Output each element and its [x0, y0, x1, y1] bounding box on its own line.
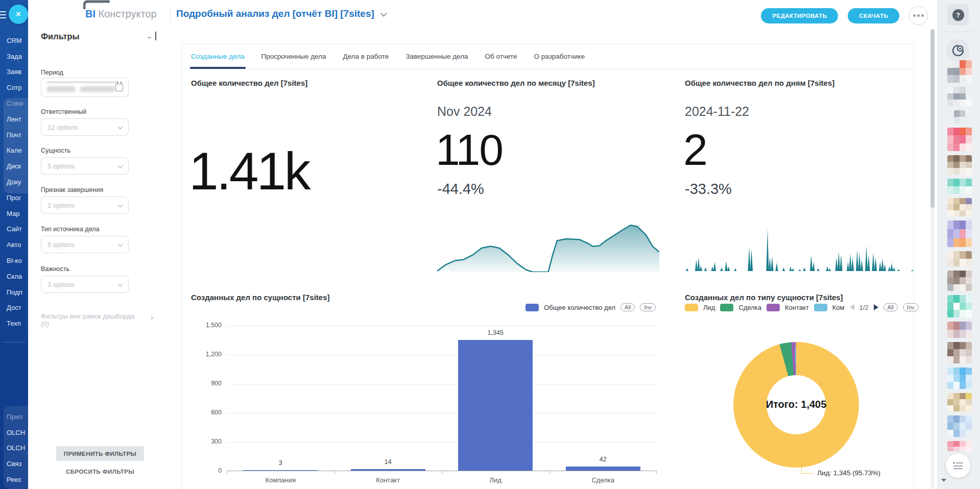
completion-select[interactable]: 2 options [41, 197, 129, 214]
sidebar-item-доку[interactable]: Доку [0, 174, 28, 190]
filter-label-entity: Сущность [41, 147, 70, 154]
sidebar-item-olch[interactable]: OLCH [0, 425, 28, 441]
sidebar-item-диск[interactable]: Диск [0, 158, 28, 174]
sidebar-item-техп[interactable]: Техп [0, 315, 28, 331]
legend-inv-button[interactable]: Inv [640, 303, 656, 311]
scrollbar-thumb[interactable] [930, 29, 935, 208]
chart-thumbnail-8[interactable] [947, 251, 972, 266]
sidebar-item-прог[interactable]: Прог [0, 190, 28, 206]
chart-thumbnail-7[interactable] [947, 221, 972, 247]
legend-label-Лид[interactable]: Лид [703, 304, 715, 311]
bar-chart-plot: 3141,34542 [227, 326, 657, 471]
sidebar-item-прил[interactable]: Прил [0, 409, 28, 425]
more-options-button[interactable] [909, 6, 928, 25]
kpi-day-period: 2024-11-22 [685, 104, 749, 119]
scroll-down-icon[interactable] [941, 479, 946, 482]
redacted-text [80, 86, 115, 92]
sidebar-item-реес[interactable]: Реес [0, 472, 28, 487]
sidebar-item-заяв[interactable]: Заяв [0, 64, 28, 80]
sidebar-item-дост[interactable]: Дост [0, 300, 28, 316]
rail-divider [943, 32, 975, 32]
tab-4[interactable]: Об отчете [485, 44, 517, 69]
chart-thumbnail-13[interactable] [947, 368, 972, 389]
axis-tick [549, 471, 550, 474]
legend-label-Контакт[interactable]: Контакт [785, 304, 809, 311]
sidebar-item-связ[interactable]: Связ [0, 456, 28, 472]
chart-thumbnail-0[interactable] [947, 60, 972, 83]
chart-thumbnail-10[interactable] [947, 295, 972, 317]
chart-thumbnail-9[interactable] [947, 271, 972, 291]
collapse-panel-icon[interactable]: ← [147, 32, 156, 40]
chart-thumbnail-3[interactable] [947, 128, 972, 151]
sidebar-item-зада[interactable]: Зада [0, 48, 28, 64]
chart-thumbnail-6[interactable] [947, 198, 972, 216]
legend-label-Сделка[interactable]: Сделка [738, 304, 761, 311]
edit-button[interactable]: РЕДАКТИРОВАТЬ [761, 8, 838, 23]
legend-prev-page-icon[interactable] [850, 304, 854, 310]
legend-label-Ком[interactable]: Ком [832, 304, 845, 311]
chart-thumbnail-5[interactable] [947, 179, 972, 194]
bar-Контакт[interactable] [351, 469, 425, 471]
refresh-chart-button[interactable] [946, 39, 970, 62]
select-value: 2 options [47, 202, 75, 209]
report-title-chevron-icon[interactable] [380, 10, 387, 17]
sidebar-item-лент[interactable]: Лент [0, 111, 28, 127]
vertical-scrollbar[interactable] [930, 29, 935, 489]
chart-thumbnail-12[interactable] [947, 342, 972, 363]
y-tick-label: 600 [186, 409, 222, 416]
bar-Компания[interactable] [243, 470, 318, 471]
legend-all-button[interactable]: All [883, 303, 898, 311]
outer-filters-link[interactable]: Фильтры вне рамок дашборда › (0) [41, 312, 156, 328]
filters-title: Фильтры [41, 32, 80, 41]
help-button[interactable]: ? [947, 4, 969, 26]
sidebar-item-мар[interactable]: Мар [0, 206, 28, 222]
sidebar-item-crm[interactable]: CRM [0, 33, 28, 48]
importance-select[interactable]: 3 options [41, 276, 129, 293]
sidebar-item-подп[interactable]: Подп [0, 284, 28, 300]
chart-thumbnail-1[interactable] [947, 87, 972, 106]
sidebar-item-почт[interactable]: Почт [0, 127, 28, 143]
chart-thumbnail-15[interactable] [947, 415, 972, 437]
sidebar-item-авто[interactable]: Авто [0, 237, 28, 253]
period-date-input[interactable] [41, 78, 129, 97]
series-name[interactable]: Общее количество дел [544, 304, 615, 311]
chart-thumbnail-4[interactable] [947, 155, 972, 175]
sidebar-item-bi-ко[interactable]: BI-ко [0, 253, 28, 268]
sidebar-item-сотр[interactable]: Сотр [0, 80, 28, 95]
sidebar-item-скла[interactable]: Скла [0, 268, 28, 284]
entity-select[interactable]: 5 options [41, 157, 129, 175]
tab-3[interactable]: Завершенные дела [405, 44, 468, 69]
redacted-text [47, 86, 75, 92]
sidebar-item-кале[interactable]: Кале [0, 143, 28, 159]
apply-filters-button[interactable]: ПРИМЕНИТЬ ФИЛЬТРЫ [56, 446, 144, 461]
chart-thumbnail-16[interactable] [947, 441, 972, 451]
bar-Лид[interactable] [458, 340, 533, 471]
legend-next-page-icon[interactable] [874, 304, 878, 310]
chart-thumbnail-2[interactable] [954, 110, 965, 124]
bar-Сделка[interactable] [566, 467, 640, 471]
report-title[interactable]: Подробный анализ дел [отчёт BI] [7sites] [176, 8, 374, 19]
tab-1[interactable]: Просроченные дела [261, 44, 326, 69]
source-type-select[interactable]: 5 options [41, 236, 129, 253]
sidebar-item-совм[interactable]: Совм [0, 95, 28, 111]
hamburger-menu-icon[interactable] [0, 9, 6, 20]
axis-tick [227, 471, 227, 474]
tab-5[interactable]: О разработчике [534, 44, 585, 69]
dashboard-card: Созданные делаПросроченные делаДела в ра… [181, 43, 914, 489]
chevron-right-icon: › [151, 313, 153, 322]
close-menu-button[interactable]: × [9, 5, 28, 24]
legend-all-button[interactable]: All [620, 303, 635, 311]
tab-0[interactable]: Созданные дела [191, 44, 245, 69]
responsible-select[interactable]: 12 options [41, 118, 129, 136]
chart-thumbnail-11[interactable] [947, 322, 972, 338]
sidebar-item-olch[interactable]: OLCH [0, 441, 28, 456]
select-value: 3 options [47, 281, 75, 288]
reset-filters-button[interactable]: СБРОСИТЬ ФИЛЬТРЫ [56, 469, 144, 475]
gridline [227, 326, 657, 326]
chart-list-button[interactable] [946, 453, 970, 478]
chart-thumbnail-14[interactable] [947, 393, 972, 411]
download-button[interactable]: СКАЧАТЬ [848, 8, 899, 23]
tab-2[interactable]: Дела в работе [343, 44, 389, 69]
sidebar-item-сайт[interactable]: Сайт [0, 222, 28, 237]
legend-inv-button[interactable]: Inv [903, 303, 919, 311]
